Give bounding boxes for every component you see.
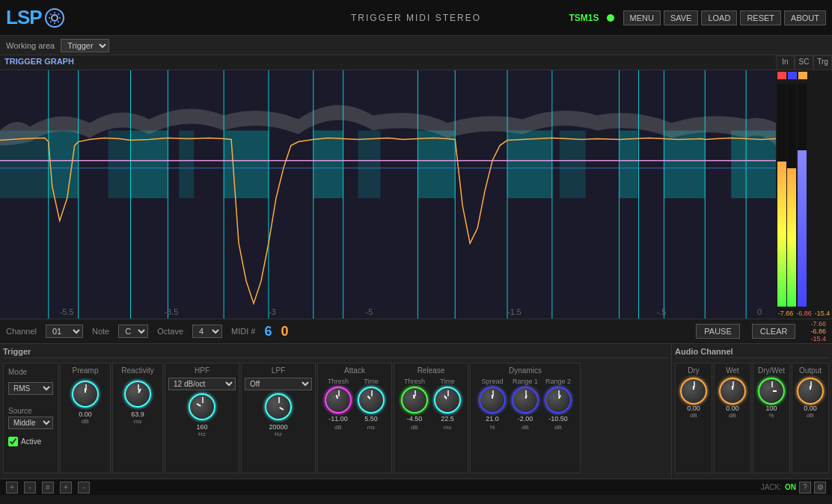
hpf-knob[interactable] xyxy=(189,393,215,420)
release-thresh-unit: dB xyxy=(411,424,418,431)
svg-rect-9 xyxy=(358,130,381,198)
dry-knob[interactable] xyxy=(680,378,707,405)
dry-value: 0.00 xyxy=(687,405,700,412)
down-button[interactable]: - xyxy=(78,482,90,494)
svg-text:0: 0 xyxy=(757,307,762,316)
waveform-svg: -5.5 -3.5 -3 -5 -1.5 -.5 0 xyxy=(0,70,776,319)
dynamics-section: Dynamics Spread 21.0 % Range 1 xyxy=(470,363,581,473)
working-area-bar: Working area Trigger MIDI xyxy=(0,36,832,55)
preamp-knob[interactable] xyxy=(72,381,99,408)
lpf-select[interactable]: Off6 dB/oct12 dB/oct xyxy=(245,378,312,390)
wet-knob[interactable] xyxy=(719,378,746,405)
save-button[interactable]: SAVE xyxy=(664,10,699,25)
remove-button[interactable]: - xyxy=(24,482,36,494)
svg-line-45 xyxy=(280,408,284,410)
attack-thresh-item: Thresh -11.00 dB xyxy=(325,378,352,431)
svg-rect-15 xyxy=(731,130,776,198)
working-area-label: Working area xyxy=(6,41,55,50)
plugin-title: TRIGGER MIDI STEREO xyxy=(351,13,481,23)
wet-unit: dB xyxy=(729,412,736,419)
audio-knob-sections: Dry 0.00 dB Wet 0.00 dB xyxy=(675,363,829,473)
spread-item: Spread 21.0 % xyxy=(479,378,506,431)
svg-line-48 xyxy=(414,395,415,399)
svg-line-51 xyxy=(526,395,527,399)
right-meters: In SC Trg xyxy=(776,55,832,319)
release-title: Release xyxy=(417,366,445,375)
midi-hash-label: MIDI # xyxy=(231,327,255,336)
meter-tab-in[interactable]: In xyxy=(776,55,795,70)
clear-button[interactable]: CLEAR xyxy=(752,324,796,339)
svg-rect-10 xyxy=(417,130,455,198)
hpf-title: HPF xyxy=(195,366,209,375)
attack-section: Attack Thresh -11.00 dB Time xyxy=(317,363,392,473)
output-unit: dB xyxy=(807,412,814,419)
bottom-panels: Trigger Mode RMSPeakLPFUniform Source Mi… xyxy=(0,344,832,479)
range2-knob[interactable] xyxy=(545,387,572,414)
wet-section: Wet 0.00 dB xyxy=(714,363,751,473)
add-button[interactable]: + xyxy=(6,482,18,494)
header-buttons: TSM1S MENU SAVE LOAD RESET ABOUT xyxy=(569,10,826,25)
attack-time-knob[interactable] xyxy=(358,387,385,414)
output-value: 0.00 xyxy=(804,405,817,412)
active-row: Active xyxy=(8,437,41,446)
note-select[interactable]: CC#DD# EFF#G G#AA#B xyxy=(118,325,148,338)
source-select[interactable]: MiddleLeftRightSide xyxy=(8,417,53,429)
svg-text:-3.5: -3.5 xyxy=(164,307,178,316)
range2-knob-indicator xyxy=(551,393,565,407)
readout-val-1: -7.66 xyxy=(810,320,826,328)
range1-knob-indicator xyxy=(519,393,532,407)
attack-thresh-knob[interactable] xyxy=(325,387,352,414)
meter-tab-trg[interactable]: Trg xyxy=(813,55,832,70)
drywet-knob[interactable] xyxy=(758,378,785,405)
preamp-title: Preamp xyxy=(72,366,98,375)
svg-line-46 xyxy=(337,395,338,399)
preamp-knob-indicator xyxy=(78,387,93,402)
mode-select[interactable]: RMSPeakLPFUniform xyxy=(8,382,53,395)
status-help-button[interactable]: ? xyxy=(799,482,811,494)
mode-section-title: Mode xyxy=(8,368,27,376)
release-thresh-knob[interactable] xyxy=(401,387,428,414)
menu-icon-button[interactable]: ≡ xyxy=(42,482,54,494)
output-knob-indicator xyxy=(804,384,817,398)
meter-tab-sc[interactable]: SC xyxy=(795,55,813,70)
drywet-title: Dry/Wet xyxy=(758,366,785,375)
lpf-knob[interactable] xyxy=(265,393,292,420)
channel-select[interactable]: 01020304 05060708 09101112 13141516 xyxy=(46,325,83,338)
about-button[interactable]: ABOUT xyxy=(784,10,826,25)
pause-button[interactable]: PAUSE xyxy=(696,324,739,339)
release-knobs: Thresh -4.50 dB Time xyxy=(401,378,461,431)
menu-button[interactable]: MENU xyxy=(623,10,661,25)
working-area-select[interactable]: Trigger MIDI xyxy=(61,39,109,52)
hpf-select[interactable]: Off6 dB/oct12 dB/oct18 dB/oct xyxy=(168,378,236,390)
output-knob[interactable] xyxy=(797,378,824,405)
reset-button[interactable]: RESET xyxy=(740,10,781,25)
reactivity-section: Reactivity 63.9 ms xyxy=(112,363,163,473)
release-time-unit: ms xyxy=(444,424,452,431)
active-checkbox[interactable] xyxy=(8,437,18,446)
meter-fill-1 xyxy=(777,162,786,307)
range1-value: -2.00 xyxy=(518,415,533,422)
hpf-knob-indicator xyxy=(195,399,209,414)
dynamics-title: Dynamics xyxy=(509,366,542,375)
status-config-button[interactable]: ⚙ xyxy=(814,482,826,494)
source-row: Source xyxy=(8,407,53,415)
drywet-unit: % xyxy=(768,412,774,419)
dry-title: Dry xyxy=(688,366,700,375)
release-time-knob[interactable] xyxy=(434,387,461,414)
drywet-value: 100 xyxy=(765,405,777,412)
octave-select[interactable]: 0123 4567 xyxy=(192,325,222,338)
trigger-panel: Trigger Mode RMSPeakLPFUniform Source Mi… xyxy=(0,344,672,479)
lpf-unit: Hz xyxy=(275,431,282,437)
meter-ind-orange xyxy=(798,72,807,79)
range2-item: Range 2 -10.50 dB xyxy=(545,378,572,431)
left-meter-bar1 xyxy=(777,84,786,307)
range1-knob[interactable] xyxy=(512,387,539,414)
load-button[interactable]: LOAD xyxy=(701,10,737,25)
reactivity-knob[interactable] xyxy=(124,381,151,408)
jack-label: JACK: xyxy=(761,483,782,491)
range1-unit: dB xyxy=(521,424,529,431)
spread-knob[interactable] xyxy=(479,387,506,414)
release-time-label: Time xyxy=(440,378,455,385)
up-button[interactable]: + xyxy=(60,482,72,494)
trigger-graph-main: TRIGGER GRAPH dB +12 0 -6 -12 xyxy=(0,55,776,319)
